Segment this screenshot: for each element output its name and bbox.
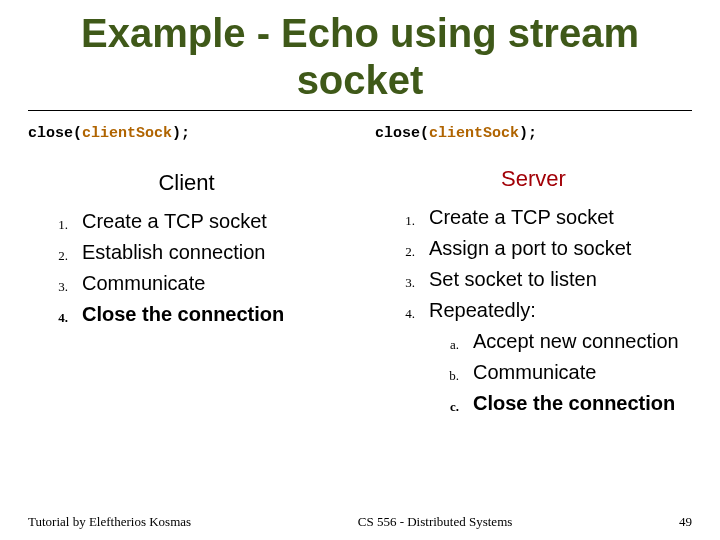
list-item: 4. Repeatedly: bbox=[375, 295, 692, 326]
footer: Tutorial by Eleftherios Kosmas CS 556 - … bbox=[0, 514, 720, 530]
subitem-letter: b. bbox=[429, 357, 473, 388]
item-text: Communicate bbox=[82, 268, 205, 299]
server-heading: Server bbox=[375, 166, 692, 192]
sublist-item: a. Accept new connection bbox=[429, 326, 692, 357]
item-number: 3. bbox=[375, 264, 429, 295]
item-text: Assign a port to socket bbox=[429, 233, 631, 264]
code-paren-close: ) bbox=[519, 125, 528, 142]
client-heading: Client bbox=[28, 170, 345, 196]
title-line-2: socket bbox=[297, 58, 424, 102]
server-code-line: close(clientSock); bbox=[375, 125, 692, 142]
item-number: 4. bbox=[28, 299, 82, 330]
server-column: close(clientSock); Server 1. Create a TC… bbox=[375, 125, 692, 419]
item-text: Close the connection bbox=[82, 299, 284, 330]
item-number: 1. bbox=[28, 206, 82, 237]
item-number: 3. bbox=[28, 268, 82, 299]
subitem-text: Accept new connection bbox=[473, 326, 679, 357]
code-paren-close: ) bbox=[172, 125, 181, 142]
columns: close(clientSock); Client 1. Create a TC… bbox=[28, 125, 692, 419]
server-list: 1. Create a TCP socket 2. Assign a port … bbox=[375, 202, 692, 419]
item-text: Repeatedly: bbox=[429, 295, 536, 326]
list-item: 3. Set socket to listen bbox=[375, 264, 692, 295]
list-item: 3. Communicate bbox=[28, 268, 345, 299]
code-keyword: close bbox=[28, 125, 73, 142]
list-item: 2. Establish connection bbox=[28, 237, 345, 268]
list-item: 1. Create a TCP socket bbox=[28, 206, 345, 237]
subitem-text: Communicate bbox=[473, 357, 596, 388]
code-semicolon: ; bbox=[181, 125, 190, 142]
code-paren-open: ( bbox=[73, 125, 82, 142]
item-number: 2. bbox=[28, 237, 82, 268]
item-number: 1. bbox=[375, 202, 429, 233]
footer-center: CS 556 - Distributed Systems bbox=[358, 514, 513, 530]
footer-left: Tutorial by Eleftherios Kosmas bbox=[28, 514, 191, 530]
list-item: 4. Close the connection bbox=[28, 299, 345, 330]
code-variable: clientSock bbox=[82, 125, 172, 142]
code-paren-open: ( bbox=[420, 125, 429, 142]
item-text: Create a TCP socket bbox=[429, 202, 614, 233]
list-item: 1. Create a TCP socket bbox=[375, 202, 692, 233]
subitem-letter: c. bbox=[429, 388, 473, 419]
item-text: Create a TCP socket bbox=[82, 206, 267, 237]
client-column: close(clientSock); Client 1. Create a TC… bbox=[28, 125, 345, 419]
server-sublist: a. Accept new connection b. Communicate … bbox=[375, 326, 692, 419]
title-rule bbox=[28, 110, 692, 111]
item-text: Set socket to listen bbox=[429, 264, 597, 295]
client-list: 1. Create a TCP socket 2. Establish conn… bbox=[28, 206, 345, 330]
item-number: 2. bbox=[375, 233, 429, 264]
code-keyword: close bbox=[375, 125, 420, 142]
slide-title: Example - Echo using stream socket bbox=[28, 10, 692, 104]
item-text: Establish connection bbox=[82, 237, 265, 268]
code-variable: clientSock bbox=[429, 125, 519, 142]
code-semicolon: ; bbox=[528, 125, 537, 142]
title-line-1: Example - Echo using stream bbox=[81, 11, 639, 55]
subitem-letter: a. bbox=[429, 326, 473, 357]
sublist-item: c. Close the connection bbox=[429, 388, 692, 419]
client-code-line: close(clientSock); bbox=[28, 125, 345, 142]
item-number: 4. bbox=[375, 295, 429, 326]
footer-right: 49 bbox=[679, 514, 692, 530]
slide: Example - Echo using stream socket close… bbox=[0, 0, 720, 540]
subitem-text: Close the connection bbox=[473, 388, 675, 419]
list-item: 2. Assign a port to socket bbox=[375, 233, 692, 264]
sublist-item: b. Communicate bbox=[429, 357, 692, 388]
